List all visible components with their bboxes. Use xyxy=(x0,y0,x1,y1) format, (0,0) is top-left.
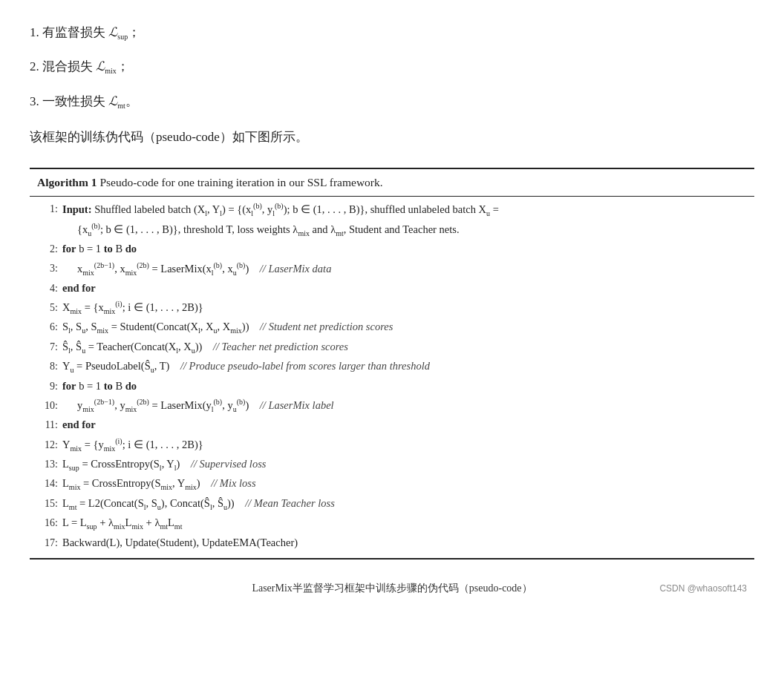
line-content-6: Sl, Su, Smix = Student(Concat(Xl, Xu, Xm… xyxy=(62,318,747,337)
line-content-17: Backward(L), Update(Student), UpdateEMA(… xyxy=(62,534,747,552)
item-math-1: ℒ xyxy=(108,25,117,39)
intro-item-3: 3. 一致性损失 ℒmt。 xyxy=(30,91,754,112)
line-content-14: Lmix = CrossEntropy(Smix, Ymix) // Mix l… xyxy=(62,474,747,493)
item-math-2: ℒ xyxy=(96,59,105,73)
line-num-8: 8: xyxy=(37,358,58,376)
line-num-1: 1: xyxy=(37,200,58,219)
algo-line-8: 8: Yu = PseudoLabel(Ŝu, T) // Produce ps… xyxy=(37,357,747,376)
line-content-1: Input: Shuffled labeled batch (Xl, Yl) =… xyxy=(62,200,747,220)
line-num-10: 10: xyxy=(37,397,58,416)
algo-line-5: 5: Xmix = {xmix(i); i ∈ (1, . . . , 2B)} xyxy=(37,298,747,318)
csdn-watermark: CSDN @whaosoft143 xyxy=(659,583,747,594)
line-content-1b: {xu(b); b ∈ (1, . . . , B)}, threshold T… xyxy=(62,220,747,240)
item-sub-3: mt xyxy=(117,102,125,110)
algorithm-body: 1: Input: Shuffled labeled batch (Xl, Yl… xyxy=(30,197,754,559)
item-sub-1: sup xyxy=(117,33,128,41)
line-num-13: 13: xyxy=(37,456,58,474)
algo-line-17: 17: Backward(L), Update(Student), Update… xyxy=(37,534,747,553)
algorithm-title-rest: Pseudo-code for one training iteration i… xyxy=(99,176,382,188)
line-num-16: 16: xyxy=(37,514,58,533)
line-content-16: L = Lsup + λmixLmix + λmtLmt xyxy=(62,513,747,533)
line-content-5: Xmix = {xmix(i); i ∈ (1, . . . , 2B)} xyxy=(62,298,747,318)
item-text-1: 有监督损失 xyxy=(42,25,108,39)
algo-line-14: 14: Lmix = CrossEntropy(Smix, Ymix) // M… xyxy=(37,474,747,493)
algo-line-1: 1: Input: Shuffled labeled batch (Xl, Yl… xyxy=(37,200,747,220)
line-content-13: Lsup = CrossEntropy(Sl, Yl) // Supervise… xyxy=(62,455,747,474)
algo-line-15: 15: Lmt = L2(Concat(Sl, Su), Concat(Ŝl, … xyxy=(37,494,747,513)
algo-line-2: 2: for b = 1 to B do xyxy=(37,240,747,259)
line-num-6: 6: xyxy=(37,318,58,337)
line-num-7: 7: xyxy=(37,338,58,357)
line-num-9: 9: xyxy=(37,378,58,396)
algo-line-9: 9: for b = 1 to B do xyxy=(37,377,747,396)
line-num-5: 5: xyxy=(37,299,58,318)
algo-line-13: 13: Lsup = CrossEntropy(Sl, Yl) // Super… xyxy=(37,455,747,474)
item-sub-2: mix xyxy=(105,68,117,76)
intro-item-1: 1. 有监督损失 ℒsup； xyxy=(30,22,754,43)
line-num-4: 4: xyxy=(37,280,58,298)
line-num-11: 11: xyxy=(37,416,58,435)
algo-line-3: 3: xmix(2b−1), xmix(2b) = LaserMix(xl(b)… xyxy=(37,259,747,279)
algo-line-10: 10: ymix(2b−1), ymix(2b) = LaserMix(yl(b… xyxy=(37,396,747,416)
line-content-3: xmix(2b−1), xmix(2b) = LaserMix(xl(b), x… xyxy=(62,259,747,279)
item-num-3: 3. xyxy=(30,94,42,108)
line-content-9: for b = 1 to B do xyxy=(62,377,747,396)
algo-line-12: 12: Ymix = {ymix(i); i ∈ (1, . . . , 2B)… xyxy=(37,435,747,455)
algo-line-7: 7: Ŝl, Ŝu = Teacher(Concat(Xl, Xu)) // T… xyxy=(37,338,747,357)
algo-line-11: 11: end for xyxy=(37,416,747,435)
item-text-2: 混合损失 xyxy=(42,59,96,73)
line-content-15: Lmt = L2(Concat(Sl, Su), Concat(Ŝl, Ŝu))… xyxy=(62,494,747,513)
line-content-2: for b = 1 to B do xyxy=(62,240,747,258)
line-num-2: 2: xyxy=(37,240,58,259)
algorithm-title-bold: Algorithm 1 xyxy=(37,176,97,188)
line-num-14: 14: xyxy=(37,475,58,493)
item-text-3: 一致性损失 xyxy=(42,94,108,108)
caption-area: LaserMix半监督学习框架中训练步骤的伪代码（pseudo-code） CS… xyxy=(30,574,754,595)
item-num-2: 2. xyxy=(30,59,42,73)
item-math-3: ℒ xyxy=(108,94,117,108)
line-content-8: Yu = PseudoLabel(Ŝu, T) // Produce pseud… xyxy=(62,357,747,376)
algo-line-4: 4: end for xyxy=(37,279,747,298)
line-num-12: 12: xyxy=(37,436,58,455)
line-content-7: Ŝl, Ŝu = Teacher(Concat(Xl, Xu)) // Teac… xyxy=(62,338,747,357)
caption-text: LaserMix半监督学习框架中训练步骤的伪代码（pseudo-code） xyxy=(252,582,532,595)
line-num-15: 15: xyxy=(37,495,58,513)
line-num-3: 3: xyxy=(37,260,58,278)
algo-line-1b: {xu(b); b ∈ (1, . . . , B)}, threshold T… xyxy=(37,220,747,240)
line-num-17: 17: xyxy=(37,534,58,553)
algo-line-6: 6: Sl, Su, Smix = Student(Concat(Xl, Xu,… xyxy=(37,318,747,337)
algorithm-box: Algorithm 1 Pseudo-code for one training… xyxy=(30,168,754,559)
line-content-11: end for xyxy=(62,416,747,434)
item-num-1: 1. xyxy=(30,25,42,39)
line-content-4: end for xyxy=(62,279,747,298)
intro-item-2: 2. 混合损失 ℒmix； xyxy=(30,56,754,77)
algorithm-header: Algorithm 1 Pseudo-code for one training… xyxy=(30,169,754,196)
description: 该框架的训练伪代码（pseudo-code）如下图所示。 xyxy=(30,127,754,147)
line-content-10: ymix(2b−1), ymix(2b) = LaserMix(yl(b), y… xyxy=(62,396,747,416)
algo-line-16: 16: L = Lsup + λmixLmix + λmtLmt xyxy=(37,513,747,533)
line-content-12: Ymix = {ymix(i); i ∈ (1, . . . , 2B)} xyxy=(62,435,747,455)
intro-list: 1. 有监督损失 ℒsup； 2. 混合损失 ℒmix； 3. 一致性损失 ℒm… xyxy=(30,22,754,112)
